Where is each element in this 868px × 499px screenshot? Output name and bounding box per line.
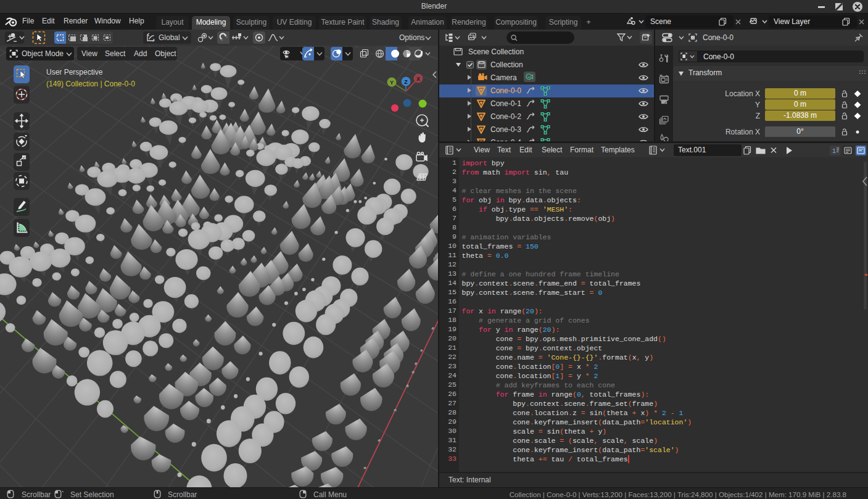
svg-text:Y: Y (390, 80, 394, 86)
svg-text:Cone-0-4: Cone-0-4 (490, 138, 521, 141)
svg-text:Scene Collection: Scene Collection (468, 47, 524, 56)
svg-text:Cone-0-0: Cone-0-0 (490, 86, 521, 95)
svg-text:Cone-0-3: Cone-0-3 (490, 125, 521, 134)
svg-text:Z: Z (404, 79, 408, 85)
svg-text:X: X (416, 76, 420, 82)
svg-text:Cone-0-2: Cone-0-2 (490, 112, 521, 121)
svg-text:Camera: Camera (490, 73, 517, 82)
svg-text:1: 1 (832, 148, 836, 155)
svg-text:Collection: Collection (490, 60, 523, 69)
svg-text:Cone-0-1: Cone-0-1 (490, 99, 521, 108)
